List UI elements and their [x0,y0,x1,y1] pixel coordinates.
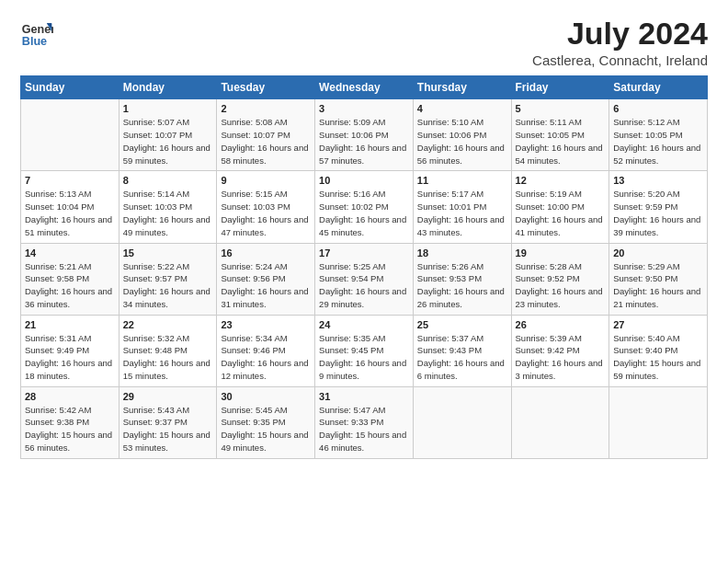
calendar-cell [21,99,119,171]
calendar-cell: 24Sunrise: 5:35 AM Sunset: 9:45 PM Dayli… [315,315,414,386]
day-info: Sunrise: 5:10 AM Sunset: 10:06 PM Daylig… [417,116,507,167]
header-row: General Blue July 2024 Castlerea, Connac… [20,17,708,68]
calendar-cell: 31Sunrise: 5:47 AM Sunset: 9:33 PM Dayli… [315,386,414,458]
day-info: Sunrise: 5:22 AM Sunset: 9:57 PM Dayligh… [123,260,213,311]
week-row-2: 7Sunrise: 5:13 AM Sunset: 10:04 PM Dayli… [21,171,708,243]
day-info: Sunrise: 5:32 AM Sunset: 9:48 PM Dayligh… [123,332,213,383]
calendar-cell: 7Sunrise: 5:13 AM Sunset: 10:04 PM Dayli… [21,171,119,243]
day-info: Sunrise: 5:28 AM Sunset: 9:52 PM Dayligh… [516,260,606,311]
day-info: Sunrise: 5:43 AM Sunset: 9:37 PM Dayligh… [123,404,213,454]
location-subtitle: Castlerea, Connacht, Ireland [532,52,708,68]
calendar-cell: 4Sunrise: 5:10 AM Sunset: 10:06 PM Dayli… [413,99,511,171]
day-info: Sunrise: 5:20 AM Sunset: 9:59 PM Dayligh… [613,188,703,238]
day-number: 1 [123,103,213,114]
svg-text:Blue: Blue [22,35,47,48]
calendar-cell: 25Sunrise: 5:37 AM Sunset: 9:43 PM Dayli… [413,315,511,386]
calendar-cell: 23Sunrise: 5:34 AM Sunset: 9:46 PM Dayli… [217,315,315,386]
calendar-table: SundayMondayTuesdayWednesdayThursdayFrid… [20,75,708,458]
month-title: July 2024 [532,17,708,51]
calendar-cell: 14Sunrise: 5:21 AM Sunset: 9:58 PM Dayli… [21,243,119,315]
calendar-cell: 10Sunrise: 5:16 AM Sunset: 10:02 PM Dayl… [315,171,414,243]
calendar-cell: 15Sunrise: 5:22 AM Sunset: 9:57 PM Dayli… [119,243,217,315]
calendar-cell: 28Sunrise: 5:42 AM Sunset: 9:38 PM Dayli… [21,386,119,458]
calendar-cell: 29Sunrise: 5:43 AM Sunset: 9:37 PM Dayli… [119,386,217,458]
calendar-cell: 16Sunrise: 5:24 AM Sunset: 9:56 PM Dayli… [217,243,315,315]
header-cell-saturday: Saturday [609,76,708,99]
day-number: 25 [417,319,507,330]
calendar-cell: 18Sunrise: 5:26 AM Sunset: 9:53 PM Dayli… [413,243,511,315]
calendar-cell: 11Sunrise: 5:17 AM Sunset: 10:01 PM Dayl… [413,171,511,243]
day-info: Sunrise: 5:16 AM Sunset: 10:02 PM Daylig… [319,188,409,238]
day-info: Sunrise: 5:39 AM Sunset: 9:42 PM Dayligh… [516,332,606,383]
day-number: 4 [417,103,507,114]
calendar-cell: 9Sunrise: 5:15 AM Sunset: 10:03 PM Dayli… [217,171,315,243]
header-cell-friday: Friday [511,76,609,99]
day-info: Sunrise: 5:13 AM Sunset: 10:04 PM Daylig… [25,188,115,238]
day-info: Sunrise: 5:11 AM Sunset: 10:05 PM Daylig… [516,116,606,167]
header-cell-wednesday: Wednesday [315,76,414,99]
day-number: 30 [221,391,311,402]
calendar-cell: 21Sunrise: 5:31 AM Sunset: 9:49 PM Dayli… [21,315,119,386]
calendar-cell: 27Sunrise: 5:40 AM Sunset: 9:40 PM Dayli… [609,315,708,386]
header-cell-tuesday: Tuesday [217,76,315,99]
day-number: 3 [319,103,409,114]
logo: General Blue [20,17,53,50]
day-number: 15 [123,247,213,259]
calendar-cell: 30Sunrise: 5:45 AM Sunset: 9:35 PM Dayli… [217,386,315,458]
header-cell-monday: Monday [119,76,217,99]
day-info: Sunrise: 5:17 AM Sunset: 10:01 PM Daylig… [417,188,507,238]
calendar-cell: 17Sunrise: 5:25 AM Sunset: 9:54 PM Dayli… [315,243,414,315]
day-number: 13 [613,175,703,186]
calendar-cell [609,386,708,458]
day-number: 28 [25,391,115,402]
calendar-cell [413,386,511,458]
day-info: Sunrise: 5:26 AM Sunset: 9:53 PM Dayligh… [417,260,507,311]
day-info: Sunrise: 5:07 AM Sunset: 10:07 PM Daylig… [123,116,213,167]
day-info: Sunrise: 5:35 AM Sunset: 9:45 PM Dayligh… [319,332,409,383]
week-row-5: 28Sunrise: 5:42 AM Sunset: 9:38 PM Dayli… [21,386,708,458]
day-number: 7 [25,175,115,186]
calendar-cell: 13Sunrise: 5:20 AM Sunset: 9:59 PM Dayli… [609,171,708,243]
header-cell-thursday: Thursday [413,76,511,99]
day-number: 17 [319,247,409,259]
day-number: 23 [221,319,311,330]
day-number: 6 [613,103,703,114]
calendar-cell: 3Sunrise: 5:09 AM Sunset: 10:06 PM Dayli… [315,99,414,171]
day-number: 27 [613,319,703,330]
day-info: Sunrise: 5:40 AM Sunset: 9:40 PM Dayligh… [613,332,703,383]
day-number: 14 [25,247,115,259]
week-row-4: 21Sunrise: 5:31 AM Sunset: 9:49 PM Dayli… [21,315,708,386]
header-cell-sunday: Sunday [21,76,119,99]
day-info: Sunrise: 5:37 AM Sunset: 9:43 PM Dayligh… [417,332,507,383]
day-number: 11 [417,175,507,186]
day-info: Sunrise: 5:09 AM Sunset: 10:06 PM Daylig… [319,116,409,167]
calendar-cell: 6Sunrise: 5:12 AM Sunset: 10:05 PM Dayli… [609,99,708,171]
day-number: 24 [319,319,409,330]
day-info: Sunrise: 5:12 AM Sunset: 10:05 PM Daylig… [613,116,703,167]
day-number: 29 [123,391,213,402]
calendar-cell: 19Sunrise: 5:28 AM Sunset: 9:52 PM Dayli… [511,243,609,315]
day-info: Sunrise: 5:19 AM Sunset: 10:00 PM Daylig… [516,188,606,238]
day-info: Sunrise: 5:29 AM Sunset: 9:50 PM Dayligh… [613,260,703,311]
calendar-cell: 12Sunrise: 5:19 AM Sunset: 10:00 PM Dayl… [511,171,609,243]
logo-icon: General Blue [20,17,53,50]
header-row: SundayMondayTuesdayWednesdayThursdayFrid… [21,76,708,99]
calendar-cell [511,386,609,458]
calendar-cell: 20Sunrise: 5:29 AM Sunset: 9:50 PM Dayli… [609,243,708,315]
week-row-1: 1Sunrise: 5:07 AM Sunset: 10:07 PM Dayli… [21,99,708,171]
day-info: Sunrise: 5:42 AM Sunset: 9:38 PM Dayligh… [25,404,115,454]
calendar-cell: 26Sunrise: 5:39 AM Sunset: 9:42 PM Dayli… [511,315,609,386]
day-info: Sunrise: 5:25 AM Sunset: 9:54 PM Dayligh… [319,260,409,311]
day-info: Sunrise: 5:47 AM Sunset: 9:33 PM Dayligh… [319,404,409,454]
day-info: Sunrise: 5:34 AM Sunset: 9:46 PM Dayligh… [221,332,311,383]
day-info: Sunrise: 5:08 AM Sunset: 10:07 PM Daylig… [221,116,311,167]
day-number: 2 [221,103,311,114]
day-number: 18 [417,247,507,259]
day-number: 26 [516,319,606,330]
day-number: 5 [516,103,606,114]
week-row-3: 14Sunrise: 5:21 AM Sunset: 9:58 PM Dayli… [21,243,708,315]
calendar-cell: 22Sunrise: 5:32 AM Sunset: 9:48 PM Dayli… [119,315,217,386]
day-number: 12 [516,175,606,186]
day-number: 22 [123,319,213,330]
calendar-cell: 5Sunrise: 5:11 AM Sunset: 10:05 PM Dayli… [511,99,609,171]
